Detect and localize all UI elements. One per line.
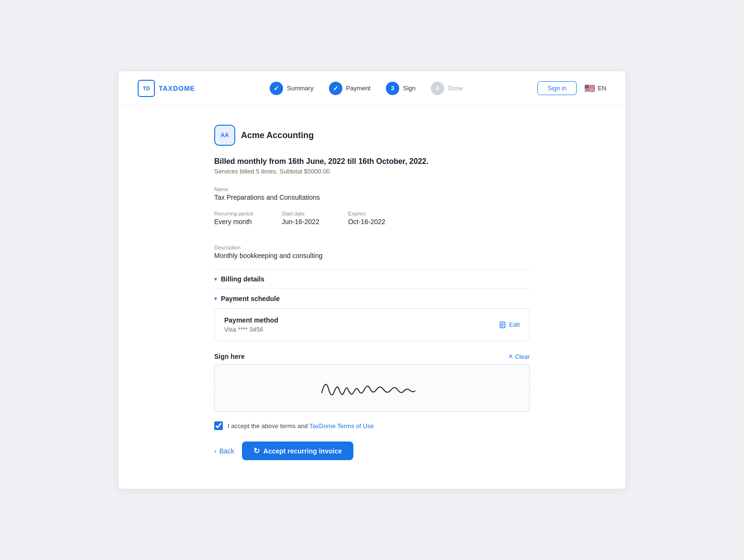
- name-value: Tax Preparations and Consultations: [214, 194, 530, 201]
- start-date-value: Jun-16-2022: [282, 218, 319, 226]
- signature-canvas[interactable]: [214, 364, 530, 412]
- payment-method-box: Payment method Visa **** 3456 Edit: [214, 308, 530, 341]
- recurring-field-group: Recurring period Every month: [214, 211, 253, 226]
- step-1-circle: ✓: [270, 82, 283, 95]
- date-fields-row: Recurring period Every month Start date …: [214, 211, 530, 235]
- company-header: AA Acme Accounting: [214, 125, 530, 146]
- main-content: AA Acme Accounting Billed monthly from 1…: [119, 106, 625, 489]
- payment-method-detail: Visa **** 3456: [224, 326, 278, 333]
- expires-label: Expires: [348, 211, 385, 216]
- language-selector[interactable]: 🇺🇸 EN: [584, 83, 606, 94]
- description-field-group: Description Monthly bookkeeping and cons…: [214, 245, 530, 259]
- clear-label: Clear: [515, 353, 530, 360]
- logo-area: TD TAXDOME: [138, 80, 195, 97]
- payment-schedule-section[interactable]: ▾ Payment schedule: [214, 289, 530, 308]
- edit-payment-button[interactable]: Edit: [500, 321, 520, 328]
- step-3-circle: 3: [386, 82, 399, 95]
- billing-subtitle: Services billed 5 times. Subtotal $5000.…: [214, 168, 530, 175]
- step-summary[interactable]: ✓ Summary: [262, 82, 321, 95]
- recurring-value: Every month: [214, 218, 253, 226]
- logo-icon: TD: [138, 80, 155, 97]
- header-right: Sign in 🇺🇸 EN: [537, 81, 606, 95]
- page-container: TD TAXDOME ✓ Summary ✓ Payment: [119, 71, 625, 489]
- step-1-label: Summary: [287, 85, 314, 92]
- name-field-group: Name Tax Preparations and Consultations: [214, 186, 530, 201]
- chevron-down-icon: ▾: [214, 276, 217, 282]
- step-4-label: Done: [448, 85, 463, 92]
- back-button[interactable]: ‹ Back: [214, 447, 234, 455]
- company-avatar: AA: [214, 125, 235, 146]
- clear-signature-button[interactable]: ✕ Clear: [508, 353, 530, 360]
- billing-title: Billed monthly from 16th June, 2022 till…: [214, 157, 530, 166]
- chevron-down-icon-2: ▾: [214, 295, 217, 302]
- terms-row: I accept the above terms and TaxDome Ter…: [214, 421, 530, 430]
- sign-section-header: Sign here ✕ Clear: [214, 353, 530, 360]
- payment-schedule-title: Payment schedule: [221, 295, 280, 302]
- actions-row: ‹ Back ↻ Accept recurring invoice: [214, 442, 530, 460]
- terms-text: I accept the above terms and TaxDome Ter…: [228, 422, 374, 430]
- edit-label: Edit: [509, 321, 520, 328]
- sign-here-label: Sign here: [214, 353, 245, 360]
- accept-invoice-button[interactable]: ↻ Accept recurring invoice: [242, 442, 353, 460]
- billing-details-section[interactable]: ▾ Billing details: [214, 269, 530, 289]
- description-value: Monthly bookkeeping and consulting: [214, 252, 530, 259]
- step-4-circle: 4: [431, 82, 444, 95]
- logo-text: TAXDOME: [159, 85, 195, 92]
- recurring-icon: ↻: [253, 446, 260, 455]
- expires-field-group: Expires Oct-16-2022: [348, 211, 385, 226]
- expires-value: Oct-16-2022: [348, 218, 385, 226]
- x-icon: ✕: [508, 353, 513, 360]
- payment-method-title: Payment method: [224, 316, 278, 324]
- flag-icon: 🇺🇸: [584, 83, 595, 94]
- step-3-label: Sign: [403, 85, 416, 92]
- terms-checkbox[interactable]: [214, 421, 223, 430]
- step-2-label: Payment: [346, 85, 371, 92]
- step-sign[interactable]: 3 Sign: [378, 82, 423, 95]
- steps-nav: ✓ Summary ✓ Payment 3 Sign 4: [262, 82, 470, 95]
- billing-details-title: Billing details: [221, 275, 264, 283]
- step-2-circle: ✓: [329, 82, 342, 95]
- recurring-label: Recurring period: [214, 211, 253, 216]
- payment-method-info: Payment method Visa **** 3456: [224, 316, 278, 333]
- step-payment[interactable]: ✓ Payment: [321, 82, 378, 95]
- sign-in-button[interactable]: Sign in: [537, 81, 577, 95]
- signature-drawing: [312, 374, 432, 402]
- edit-icon: [500, 322, 506, 328]
- chevron-left-icon: ‹: [214, 447, 217, 455]
- start-date-label: Start date: [282, 211, 319, 216]
- lang-code: EN: [598, 85, 606, 92]
- step-done: 4 Done: [423, 82, 470, 95]
- description-label: Description: [214, 245, 530, 250]
- name-label: Name: [214, 186, 530, 192]
- start-date-field-group: Start date Jun-16-2022: [282, 211, 319, 226]
- company-name: Acme Accounting: [241, 130, 314, 140]
- header: TD TAXDOME ✓ Summary ✓ Payment: [119, 71, 625, 106]
- terms-link[interactable]: TaxDome Terms of Use: [309, 422, 374, 430]
